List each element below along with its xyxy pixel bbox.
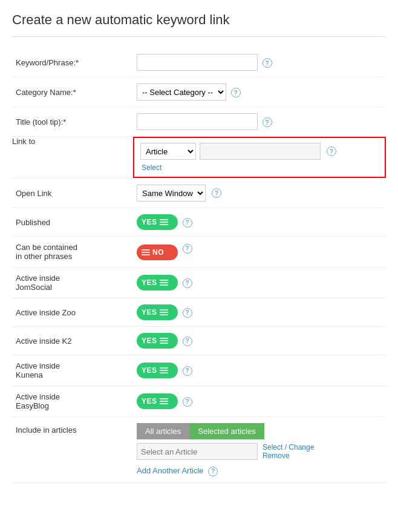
easyblog-help-icon: ? (183, 397, 192, 407)
title-help-icon: ? (263, 117, 272, 127)
category-row: Category Name:* -- Select Category -- ? (12, 77, 386, 107)
link-text-input[interactable] (200, 143, 321, 160)
open-link-help-icon: ? (212, 188, 221, 198)
selected-articles-button[interactable]: Selected articles (189, 423, 264, 439)
jomsocial-help-icon: ? (183, 278, 192, 288)
link-to-box: Article URL Menu Item ? Select (133, 137, 386, 178)
article-input[interactable] (137, 443, 258, 460)
remove-link[interactable]: Remove (263, 452, 314, 460)
keyword-input[interactable] (137, 54, 258, 71)
category-select[interactable]: -- Select Category -- (137, 84, 226, 100)
link-help-icon: ? (327, 146, 336, 156)
category-help-icon: ? (231, 88, 241, 97)
article-actions: Select / Change Remove (263, 443, 314, 460)
page-title: Create a new automatic keyword link (12, 12, 386, 37)
kunena-label: Active inside Kunena (12, 355, 133, 386)
toggle-lines-icon5 (160, 338, 168, 344)
zoo-toggle[interactable]: YES (137, 304, 178, 320)
toggle-lines-icon2 (142, 249, 150, 255)
kunena-toggle[interactable]: YES (137, 363, 178, 378)
toggle-lines-icon3 (160, 280, 168, 286)
k2-label: Active inside K2 (12, 327, 133, 355)
published-row: Published YES ? (12, 208, 386, 237)
kunena-help-icon: ? (183, 366, 192, 376)
zoo-help-icon: ? (183, 308, 192, 318)
select-link[interactable]: Select (140, 163, 379, 172)
k2-row: Active inside K2 YES ? (12, 327, 386, 355)
published-help-icon: ? (183, 218, 192, 228)
all-articles-button[interactable]: All articles (137, 423, 189, 439)
zoo-label: Active inside Zoo (12, 298, 133, 327)
article-button-group: All articles Selected articles (137, 423, 382, 439)
title-input[interactable] (137, 113, 258, 130)
open-link-select[interactable]: Same Window New Window (137, 185, 206, 202)
zoo-row: Active inside Zoo YES ? (12, 298, 386, 327)
keyword-row: Keyword/Phrase:* ? (12, 48, 386, 77)
add-another-article[interactable]: Add Another Article ? (137, 466, 382, 476)
k2-help-icon: ? (183, 337, 192, 346)
toggle-lines-icon7 (160, 398, 168, 404)
title-row: Title (tool tip):* ? (12, 107, 386, 137)
jomsocial-label: Active inside JomSocial (12, 268, 133, 298)
contained-row: Can be contained in other phrases NO ? (12, 237, 386, 268)
jomsocial-toggle[interactable]: YES (137, 275, 178, 291)
link-to-label: Link to (12, 137, 133, 179)
k2-toggle[interactable]: YES (137, 333, 178, 349)
kunena-row: Active inside Kunena YES ? (12, 355, 386, 386)
contained-label: Can be contained in other phrases (12, 237, 133, 268)
title-label: Title (tool tip):* (12, 107, 133, 137)
category-label: Category Name:* (12, 77, 133, 107)
select-change-link[interactable]: Select / Change (263, 443, 314, 452)
form-table: Keyword/Phrase:* ? Category Name:* -- Se… (12, 48, 386, 483)
add-another-help-icon: ? (208, 467, 218, 476)
toggle-lines-icon4 (160, 309, 168, 315)
include-articles-row: Include in articles All articles Selecte… (12, 417, 386, 483)
open-link-row: Open Link Same Window New Window ? (12, 179, 386, 208)
easyblog-row: Active inside EasyBlog YES ? (12, 386, 386, 417)
keyword-help-icon: ? (263, 58, 272, 68)
link-type-select[interactable]: Article URL Menu Item (140, 143, 196, 160)
toggle-lines-icon (160, 219, 168, 225)
easyblog-toggle[interactable]: YES (137, 393, 178, 409)
article-select-row: Select / Change Remove (137, 443, 382, 460)
published-label: Published (12, 208, 133, 237)
published-toggle[interactable]: YES (137, 214, 178, 230)
open-link-label: Open Link (12, 179, 133, 208)
link-to-row: Link to Article URL Menu Item ? Select (12, 137, 386, 179)
easyblog-label: Active inside EasyBlog (12, 386, 133, 417)
contained-toggle[interactable]: NO (137, 245, 178, 260)
jomsocial-row: Active inside JomSocial YES ? (12, 268, 386, 298)
include-articles-label: Include in articles (12, 417, 133, 483)
keyword-label: Keyword/Phrase:* (12, 48, 133, 77)
toggle-lines-icon6 (160, 367, 168, 373)
contained-help-icon: ? (183, 244, 192, 254)
